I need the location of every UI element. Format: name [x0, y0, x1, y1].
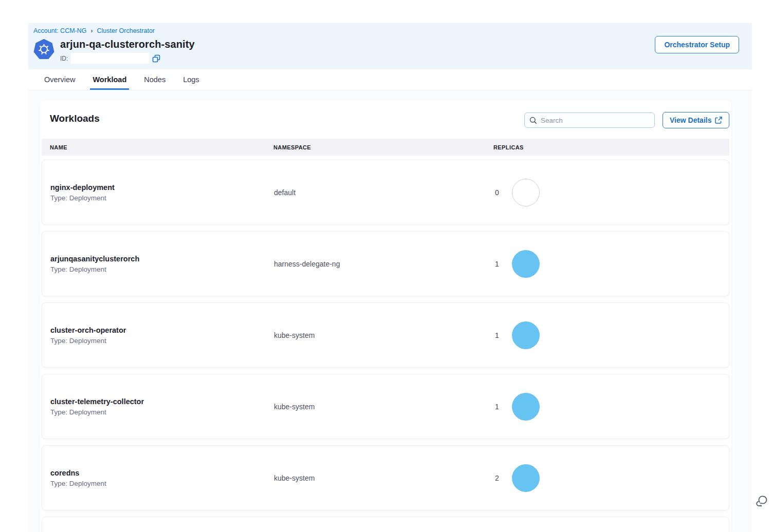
cluster-id-redacted-value [71, 53, 149, 64]
column-header-name: NAME [50, 144, 67, 150]
breadcrumb-separator: › [91, 27, 93, 34]
workload-name: arjunqasanityclusterorch [50, 255, 139, 263]
column-header-replicas: REPLICAS [493, 144, 524, 150]
table-header: NAME NAMESPACE REPLICAS [42, 139, 729, 156]
replica-circle [512, 393, 540, 421]
page-title: arjun-qa-clusterorch-sanity [60, 39, 195, 50]
workload-name-cell: nginx-deployment Type: Deployment [50, 183, 115, 202]
workload-name-cell: coredns Type: Deployment [50, 469, 106, 487]
workload-name-cell: arjunqasanityclusterorch Type: Deploymen… [50, 255, 139, 273]
replica-circle [512, 321, 540, 349]
replicas-cell: 2 [495, 464, 540, 492]
workload-namespace: kube-system [274, 331, 315, 339]
replica-count: 1 [495, 331, 500, 339]
table-row-partial[interactable] [42, 517, 729, 532]
search-box [524, 112, 655, 128]
workload-namespace: harness-delegate-ng [274, 260, 340, 268]
table-row[interactable]: cluster-telemetry-collector Type: Deploy… [42, 374, 729, 439]
tab-logs[interactable]: Logs [180, 69, 201, 90]
table-row[interactable]: nginx-deployment Type: Deployment defaul… [42, 160, 729, 225]
workload-namespace: kube-system [274, 474, 315, 482]
breadcrumb: Account: CCM-NG › Cluster Orchestrator [33, 27, 155, 34]
replicas-cell: 0 [495, 179, 540, 206]
workload-type: Type: Deployment [50, 337, 126, 345]
table-row[interactable]: arjunqasanityclusterorch Type: Deploymen… [42, 231, 729, 296]
copy-icon[interactable] [152, 54, 160, 63]
chat-bubbles-icon[interactable] [754, 493, 769, 509]
kubernetes-logo-icon [33, 39, 54, 60]
replica-count: 1 [495, 403, 500, 411]
replicas-cell: 1 [495, 321, 540, 349]
workloads-card: Workloads View Details [40, 101, 731, 532]
main-panel: Account: CCM-NG › Cluster Orchestrator a [28, 23, 752, 532]
workload-type: Type: Deployment [50, 408, 144, 416]
workload-namespace: kube-system [274, 403, 315, 411]
replicas-cell: 1 [495, 393, 540, 421]
search-input[interactable] [541, 117, 650, 124]
replica-circle [512, 250, 540, 278]
workload-name: cluster-telemetry-collector [50, 397, 144, 406]
tab-nodes[interactable]: Nodes [141, 69, 168, 90]
workload-name: nginx-deployment [50, 183, 115, 192]
workload-name: cluster-orch-operator [50, 326, 126, 334]
view-details-button[interactable]: View Details [663, 112, 729, 128]
workload-type: Type: Deployment [50, 480, 106, 487]
column-header-namespace: NAMESPACE [273, 144, 311, 150]
breadcrumb-account-link[interactable]: Account: CCM-NG [33, 27, 87, 34]
replica-circle [512, 179, 540, 206]
replica-count: 2 [495, 474, 500, 482]
workload-type: Type: Deployment [50, 265, 139, 273]
workloads-title: Workloads [50, 113, 100, 124]
tab-bar: Overview Workload Nodes Logs [28, 69, 752, 90]
workload-namespace: default [274, 188, 296, 197]
search-icon [529, 117, 537, 124]
breadcrumb-cluster-orchestrator-link[interactable]: Cluster Orchestrator [97, 27, 155, 34]
tab-overview[interactable]: Overview [42, 69, 78, 90]
table-row[interactable]: cluster-orch-operator Type: Deployment k… [42, 302, 729, 368]
tab-workload[interactable]: Workload [90, 69, 129, 90]
workload-type: Type: Deployment [50, 194, 115, 202]
workload-name-cell: cluster-orch-operator Type: Deployment [50, 326, 126, 345]
workload-name: coredns [50, 469, 106, 477]
content-area: Workloads View Details [28, 90, 752, 532]
external-link-icon [715, 117, 722, 124]
table-row[interactable]: coredns Type: Deployment kube-system 2 [42, 445, 729, 510]
workload-name-cell: cluster-telemetry-collector Type: Deploy… [50, 397, 144, 416]
cluster-id-label: ID: [60, 55, 68, 62]
workload-rows: nginx-deployment Type: Deployment defaul… [42, 160, 729, 532]
replicas-cell: 1 [495, 250, 540, 278]
cluster-id-row: ID: [60, 53, 160, 64]
view-details-label: View Details [670, 116, 711, 124]
replica-count: 1 [495, 260, 500, 268]
orchestrator-setup-button[interactable]: Orchestrator Setup [655, 36, 739, 53]
replica-count: 0 [495, 188, 500, 197]
page-header: Account: CCM-NG › Cluster Orchestrator a [28, 23, 752, 69]
replica-circle [512, 464, 540, 492]
